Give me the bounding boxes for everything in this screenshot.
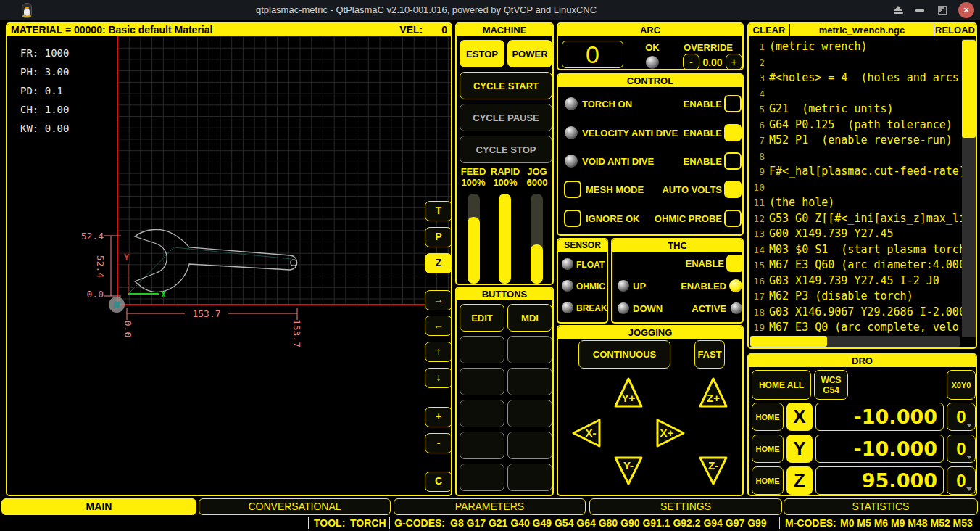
axis-y-button[interactable]: Y: [786, 435, 813, 463]
gcode-line[interactable]: 8: [750, 149, 962, 164]
maximize-button[interactable]: [938, 6, 947, 15]
zero-y-caret-icon: [966, 456, 972, 459]
gcode-line[interactable]: 17M62 P3 (disable torch): [750, 289, 962, 304]
tab-conversational[interactable]: CONVERSATIONAL: [199, 498, 391, 515]
override-minus-button[interactable]: -: [683, 54, 699, 70]
thc-down-label: DOWN: [633, 303, 663, 314]
machine-panel: MACHINE ESTOP POWER CYCLE START CYCLE PA…: [455, 22, 554, 285]
gcode-line-number: 16: [750, 276, 765, 287]
gcode-line[interactable]: 1(metric wrench): [750, 39, 962, 54]
gcode-line[interactable]: 13G00 X149.739 Y27.45: [750, 226, 962, 242]
gcode-line[interactable]: 5G21 (metric units): [750, 102, 962, 117]
home-y-button[interactable]: HOME: [752, 435, 784, 463]
velocity-anti-dive-led: [565, 126, 578, 139]
gcode-line-number: 3: [750, 73, 765, 83]
gcode-reload-button[interactable]: RELOAD: [934, 24, 976, 36]
gcode-horizontal-scrollbar[interactable]: [750, 336, 960, 347]
power-button[interactable]: POWER: [507, 40, 552, 67]
override-plus-button[interactable]: +: [726, 54, 742, 70]
view-z-button[interactable]: Z: [425, 253, 451, 273]
close-button[interactable]: ×: [958, 2, 974, 18]
jog-label: JOG: [527, 166, 547, 177]
estop-button[interactable]: ESTOP: [460, 40, 504, 67]
gcode-line[interactable]: 14M03 $0 S1 (start plasma torch: [750, 242, 962, 258]
zoom-in-button[interactable]: +: [425, 407, 451, 427]
torch-enable-checkbox[interactable]: [724, 95, 742, 112]
ohmic-probe-checkbox[interactable]: [724, 210, 742, 227]
gcode-line-text: M67 E3 Q0 (arc complete, velo: [769, 320, 959, 335]
home-z-button[interactable]: HOME: [752, 466, 784, 495]
zero-x-button[interactable]: 0: [947, 403, 976, 431]
home-x-button[interactable]: HOME: [752, 403, 784, 431]
cycle-start-button[interactable]: CYCLE START: [460, 72, 552, 99]
jog-x-plus-label: X+: [660, 427, 674, 439]
tab-settings[interactable]: SETTINGS: [589, 498, 782, 515]
gcode-line[interactable]: 11(the hole): [750, 195, 962, 210]
pan-left-button[interactable]: ←: [425, 316, 451, 336]
gcode-vertical-scrollbar-thumb[interactable]: [962, 40, 976, 138]
axis-z-button[interactable]: Z: [786, 466, 813, 495]
zero-y-button[interactable]: 0: [947, 435, 976, 463]
user-button-5: [460, 400, 504, 427]
gcode-line[interactable]: 6G64 P0.125 (path tolerance): [750, 118, 962, 133]
cycle-stop-button[interactable]: CYCLE STOP: [460, 136, 552, 163]
material-selector[interactable]: MATERIAL = 00000: Basic default Material…: [7, 24, 451, 36]
auto-volts-checkbox[interactable]: [724, 181, 742, 198]
wcs-button[interactable]: WCS G54: [814, 370, 848, 400]
dim-height-zero: 0.0: [76, 289, 104, 300]
gcode-line[interactable]: 19M67 E3 Q0 (arc complete, velo: [750, 320, 962, 335]
cycle-pause-button[interactable]: CYCLE PAUSE: [460, 104, 552, 131]
tab-parameters[interactable]: PARAMETERS: [394, 498, 586, 515]
view-perspective-button[interactable]: P: [425, 227, 451, 247]
edit-button[interactable]: EDIT: [460, 304, 504, 332]
void-enable-checkbox[interactable]: [724, 152, 742, 170]
gcode-clear-button[interactable]: CLEAR: [749, 24, 790, 36]
gcode-line[interactable]: 9F#<_hal[plasmac.cut-feed-rate]: [750, 164, 962, 179]
pan-right-button[interactable]: →: [425, 290, 451, 310]
user-button-9: [460, 464, 504, 491]
ignore-ok-checkbox[interactable]: [564, 210, 581, 227]
pan-up-button[interactable]: ↑: [425, 342, 451, 362]
gcode-line[interactable]: 18G03 X146.9067 Y29.2686 I-2.000: [750, 305, 962, 320]
gcode-line[interactable]: 16G03 X149.739 Y27.45 I-2 J0: [750, 273, 962, 289]
minimize-button[interactable]: [915, 9, 924, 12]
x0y0-button[interactable]: X0Y0: [947, 370, 976, 400]
dro-y-value: -10.000: [815, 435, 944, 463]
gcode-line[interactable]: 7M52 P1 (enable reverse-run): [750, 133, 962, 148]
velocity-anti-dive-label: VELOCITY ANTI DIVE: [582, 128, 678, 139]
dro-x-value: -10.000: [815, 403, 944, 431]
gcode-vertical-scrollbar[interactable]: [962, 39, 976, 337]
tab-main[interactable]: MAIN: [1, 498, 196, 515]
zero-z-button[interactable]: 0: [947, 466, 976, 495]
home-all-button[interactable]: HOME ALL: [752, 370, 811, 400]
ohmic-led: [562, 280, 573, 292]
jog-speed-slider[interactable]: [531, 194, 543, 284]
zoom-out-button[interactable]: -: [425, 433, 451, 453]
velocity-enable-checkbox[interactable]: [724, 124, 742, 141]
arc-panel-title: ARC: [558, 24, 742, 36]
user-button-8: [507, 432, 552, 459]
mdi-button[interactable]: MDI: [507, 304, 552, 332]
feed-override-slider[interactable]: [468, 194, 480, 284]
gcode-line-number: 10: [750, 182, 765, 193]
pan-down-button[interactable]: ↓: [425, 368, 451, 388]
tab-statistics[interactable]: STATISTICS: [784, 498, 978, 515]
gcode-line[interactable]: 4: [750, 86, 962, 102]
status-separator: [779, 517, 780, 529]
axis-x-button[interactable]: X: [786, 403, 813, 431]
gcode-line[interactable]: 15M67 E3 Q60 (arc diameter:4.000: [750, 258, 962, 273]
gcode-line[interactable]: 2: [750, 55, 962, 70]
override-value: 0.00: [700, 57, 725, 68]
preview-canvas[interactable]: FR: 1000 PH: 3.00 PD: 0.1 CH: 1.00 KW: 0…: [7, 36, 451, 495]
rapid-override-slider[interactable]: [499, 194, 511, 284]
view-top-button[interactable]: T: [425, 201, 451, 221]
mesh-mode-checkbox[interactable]: [564, 181, 581, 198]
shade-button[interactable]: [894, 6, 903, 14]
gcode-line[interactable]: 12G53 G0 Z[[#<_ini[axis_z]max_li: [750, 211, 962, 226]
clear-plot-button[interactable]: C: [425, 472, 451, 492]
gcode-line[interactable]: 3#<holes> = 4 (holes and arcs: [750, 70, 962, 86]
gcode-line[interactable]: 10: [750, 180, 962, 195]
thc-enable-checkbox[interactable]: [726, 255, 744, 272]
tool-glyph: [113, 301, 120, 308]
gcode-horizontal-scrollbar-thumb[interactable]: [750, 336, 827, 347]
